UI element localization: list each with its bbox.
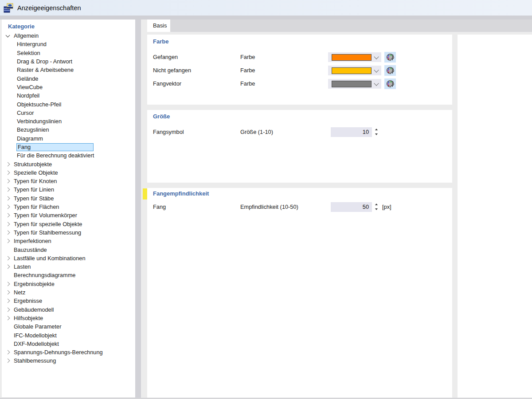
chevron-right-icon[interactable] (5, 299, 10, 302)
panel-splitter[interactable] (135, 20, 141, 399)
chevron-right-icon[interactable] (5, 223, 10, 226)
tree-item-dxf-modellobjekt[interactable]: DXF-Modellobjekt (2, 340, 135, 348)
row-parameter-label: Empfindlichkeit (10-50) (240, 203, 298, 210)
tree-item-label: Netz (14, 289, 25, 296)
tree-item-gebäudemodell[interactable]: Gebäudemodell (2, 305, 135, 314)
form-row-nicht-gefangen: Nicht gefangenFarbe (147, 66, 452, 75)
chevron-right-icon[interactable] (5, 265, 10, 268)
spinner-up-button[interactable] (374, 202, 379, 207)
tree-item-label: Drag & Drop - Antwort (17, 58, 72, 65)
spinner-value-field[interactable]: 50 (331, 202, 372, 212)
spinner-value-field[interactable]: 10 (331, 127, 372, 137)
tree-item-hintergrund[interactable]: Hintergrund (2, 40, 135, 48)
color-swatch (332, 54, 372, 61)
row-parameter-label: Farbe (240, 54, 255, 60)
category-tree: AllgemeinHintergrundSelektionDrag & Drop… (2, 31, 135, 365)
tree-item-nordpfeil[interactable]: Nordpfeil (2, 91, 135, 100)
tree-item-typen-für-volumenkörper[interactable]: Typen für Volumenkörper (2, 211, 135, 219)
tree-item-objektsuche-pfeil[interactable]: Objektsuche-Pfeil (2, 100, 135, 108)
chevron-down-icon[interactable] (5, 35, 10, 37)
tree-item-ergebnisobjekte[interactable]: Ergebnisobjekte (2, 280, 135, 288)
tree-item-diagramm[interactable]: Diagramm (2, 134, 135, 143)
row-parameter-label: Farbe (240, 80, 255, 87)
tree-item-label: IFC-Modellobjekt (14, 332, 57, 339)
tree-item-verbindungslinien[interactable]: Verbindungslinien (2, 117, 135, 125)
spinner-down-button[interactable] (374, 132, 379, 137)
color-dropdown[interactable] (328, 66, 381, 75)
tree-item-für-die-berechnung-deaktiviert[interactable]: Für die Berechnung deaktiviert (2, 151, 135, 160)
chevron-right-icon[interactable] (5, 171, 10, 174)
tree-item-bezugslinien[interactable]: Bezugslinien (2, 125, 135, 134)
chevron-right-icon[interactable] (5, 214, 10, 217)
tree-item-ifc-modellobjekt[interactable]: IFC-Modellobjekt (2, 331, 135, 339)
tree-item-raster-arbeitsebene[interactable]: Raster & Arbeitsebene (2, 66, 135, 74)
color-dropdown[interactable] (328, 79, 381, 89)
tree-item-drag-drop-antwort[interactable]: Drag & Drop - Antwort (2, 57, 135, 66)
chevron-right-icon[interactable] (5, 180, 10, 183)
chevron-right-icon[interactable] (5, 205, 10, 208)
palette-button[interactable] (384, 78, 396, 89)
tree-item-cursor[interactable]: Cursor (2, 109, 135, 117)
tab-strip: Basis (147, 20, 532, 32)
form-row-gefangen: GefangenFarbe (147, 52, 452, 62)
tree-item-ergebnisse[interactable]: Ergebnisse (2, 297, 135, 305)
tree-item-label: Für die Berechnung deaktiviert (17, 152, 94, 159)
tree-item-typen-für-flächen[interactable]: Typen für Flächen (2, 203, 135, 211)
display-properties-window: Anzeigeeigenschaften Kategorie Allgemein… (0, 0, 532, 399)
tree-item-spannungs-dehnungs-berechnung[interactable]: Spannungs-Dehnungs-Berechnung (2, 348, 135, 356)
chevron-right-icon[interactable] (5, 197, 10, 200)
tree-item-lastfälle-und-kombinationen[interactable]: Lastfälle und Kombinationen (2, 254, 135, 262)
tree-item-strukturobjekte[interactable]: Strukturobjekte (2, 160, 135, 168)
chevron-right-icon[interactable] (5, 282, 10, 286)
tree-item-label: Lasten (14, 263, 31, 270)
titlebar: Anzeigeeigenschaften (0, 0, 532, 16)
tree-item-globale-parameter[interactable]: Globale Parameter (2, 322, 135, 331)
tree-item-stahlbemessung[interactable]: Stahlbemessung (2, 356, 135, 365)
chevron-right-icon[interactable] (5, 317, 10, 320)
spinner-up-button[interactable] (374, 127, 379, 132)
tree-item-label: ViewCube (17, 84, 43, 90)
chevron-right-icon[interactable] (5, 239, 10, 243)
tree-item-hilfsobjekte[interactable]: Hilfsobjekte (2, 314, 135, 322)
tree-item-typen-für-spezielle-objekte[interactable]: Typen für spezielle Objekte (2, 220, 135, 228)
tree-item-berechnungsdiagramme[interactable]: Berechnungsdiagramme (2, 271, 135, 279)
chevron-right-icon[interactable] (5, 308, 10, 311)
tree-item-typen-für-stäbe[interactable]: Typen für Stäbe (2, 194, 135, 203)
tree-item-label: Typen für Flächen (14, 203, 59, 210)
row-parameter-label: Größe (1-10) (240, 129, 273, 135)
row-label: Fang (153, 203, 166, 210)
tree-item-selektion[interactable]: Selektion (2, 49, 135, 57)
tree-item-allgemein[interactable]: Allgemein (2, 31, 135, 40)
chevron-right-icon[interactable] (5, 291, 10, 294)
tree-item-label: Spezielle Objekte (14, 169, 58, 176)
tree-item-typen-für-stahlbemessung[interactable]: Typen für Stahlbemessung (2, 228, 135, 237)
form-row-fangvektor: FangvektorFarbe (147, 79, 452, 89)
chevron-right-icon[interactable] (5, 359, 10, 362)
section-title-groesse: Größe (153, 113, 170, 120)
tree-item-label: Typen für Knoten (14, 178, 57, 184)
tree-item-bauzustände[interactable]: Bauzustände (2, 245, 135, 254)
chevron-right-icon[interactable] (5, 188, 10, 191)
tree-item-spezielle-objekte[interactable]: Spezielle Objekte (2, 168, 135, 177)
tree-item-label: Fang (16, 143, 94, 151)
tree-item-imperfektionen[interactable]: Imperfektionen (2, 237, 135, 245)
palette-button[interactable] (384, 65, 396, 76)
chevron-right-icon[interactable] (5, 231, 10, 234)
tree-item-gelände[interactable]: Gelände (2, 74, 135, 82)
tree-item-lasten[interactable]: Lasten (2, 262, 135, 271)
tree-item-viewcube[interactable]: ViewCube (2, 83, 135, 91)
tree-item-typen-für-knoten[interactable]: Typen für Knoten (2, 177, 135, 185)
tree-item-typen-für-linien[interactable]: Typen für Linien (2, 185, 135, 194)
chevron-right-icon[interactable] (5, 257, 10, 260)
tab-basis[interactable]: Basis (147, 20, 170, 32)
tree-item-label: Spannungs-Dehnungs-Berechnung (14, 349, 103, 356)
chevron-right-icon[interactable] (5, 351, 10, 354)
tree-item-netz[interactable]: Netz (2, 288, 135, 297)
palette-button[interactable] (384, 52, 396, 63)
color-dropdown[interactable] (328, 52, 381, 62)
category-header: Kategorie (8, 23, 135, 30)
triangle-down-icon (375, 133, 378, 135)
tree-item-fang[interactable]: Fang (2, 143, 135, 151)
chevron-right-icon[interactable] (5, 163, 10, 166)
spinner-down-button[interactable] (374, 207, 379, 211)
